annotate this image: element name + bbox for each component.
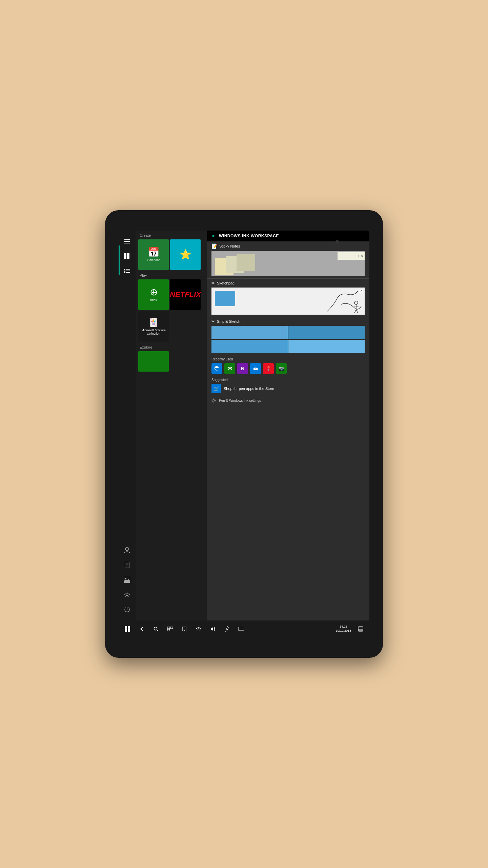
sticky-notes-label: Sticky Notes [219, 244, 240, 248]
calendar-icon: 📅 [148, 248, 160, 257]
search-button[interactable] [149, 622, 163, 636]
snip-sketch-header[interactable]: ✂ Snip & Sketch [207, 317, 369, 326]
ink-workspace-panel: ✒ WINDOWS INK WORKSPACE 📝 Sticky Notes +… [207, 231, 369, 620]
suggested-store-item[interactable]: 🛒 Shop for pen apps in the Store [211, 384, 365, 393]
pen-button[interactable] [220, 622, 234, 636]
svg-rect-4 [124, 269, 125, 270]
sticky-notes-section: 📝 Sticky Notes + × [207, 241, 369, 279]
search-icon [154, 627, 158, 631]
sketchpad-drawing [321, 288, 365, 315]
explore-tile[interactable] [138, 351, 169, 372]
snip-sketch-icon: ✂ [211, 319, 215, 324]
camera-icon-button[interactable]: 📷 [276, 363, 287, 374]
sticky-note-3 [237, 254, 255, 271]
start-tiles-panel: Create 📅 Calendar ⭐ Play ⊕ Xbox [136, 231, 207, 620]
suggested-section: Suggested 🛒 Shop for pen apps in the Sto… [207, 376, 369, 395]
taskbar: 14:15 10/12/2018 [119, 620, 369, 637]
sidebar-item-list[interactable] [119, 264, 136, 279]
wifi-icon [196, 627, 201, 631]
svg-point-28 [154, 627, 157, 630]
tablet-mode-button[interactable] [178, 622, 191, 636]
sticky-notes-header[interactable]: 📝 Sticky Notes [207, 241, 369, 251]
snip-sketch-section: ✂ Snip & Sketch [207, 317, 369, 355]
star-icon: ⭐ [180, 250, 191, 259]
svg-rect-27 [128, 629, 130, 632]
tile-row-create: 📅 Calendar ⭐ [136, 239, 207, 271]
store-icon: 🛒 [211, 384, 221, 393]
maps-icon-button[interactable]: 📍 [263, 363, 274, 374]
sidebar-photos-button[interactable] [119, 572, 136, 587]
suggested-title: Suggested [211, 378, 365, 382]
photos-icon [124, 577, 130, 583]
star-tile[interactable]: ⭐ [170, 239, 201, 270]
hamburger-menu-button[interactable] [119, 234, 136, 249]
keyboard-icon [238, 627, 244, 631]
sidebar-account-button[interactable] [119, 542, 136, 557]
wifi-button[interactable] [192, 622, 205, 636]
snip-cell-3 [211, 340, 288, 353]
svg-point-35 [198, 631, 199, 631]
svg-point-23 [213, 400, 215, 401]
calendar-label: Calendar [147, 258, 160, 262]
recently-used-section: Recently used ✉ N [207, 355, 369, 376]
sidebar-bottom [119, 542, 136, 620]
edge-icon-button[interactable] [211, 363, 222, 374]
notification-icon [358, 626, 363, 632]
netflix-tile[interactable]: NETFLIX [170, 279, 201, 310]
photos-app-icon-button[interactable]: 🏔 [250, 363, 261, 374]
clock-date: 10/12/2018 [336, 629, 351, 633]
camera-icon: 📷 [279, 366, 284, 371]
task-view-button[interactable] [163, 622, 177, 636]
clock-time: 14:15 [340, 625, 347, 629]
xbox-icon: ⊕ [150, 288, 158, 297]
ink-settings-button[interactable]: Pen & Windows Ink settings [207, 395, 369, 406]
keyboard-button[interactable] [235, 622, 248, 636]
maps-icon: 📍 [266, 366, 271, 371]
svg-rect-9 [126, 272, 130, 273]
sidebar-settings-button[interactable] [119, 587, 136, 602]
sticky-add-icon[interactable]: + [358, 254, 360, 258]
sketchpad-blue-box [215, 291, 235, 306]
svg-line-21 [354, 310, 356, 313]
onenote-icon-button[interactable]: N [237, 363, 248, 374]
task-view-icon [167, 627, 173, 631]
svg-rect-2 [124, 256, 126, 259]
svg-rect-31 [170, 627, 173, 629]
sidebar-documents-button[interactable] [119, 557, 136, 572]
back-button[interactable] [135, 622, 148, 636]
explore-section-label: Explore [136, 342, 207, 351]
svg-rect-8 [124, 272, 125, 273]
power-icon [124, 607, 130, 613]
taskbar-clock[interactable]: 14:15 10/12/2018 [334, 625, 353, 633]
start-button[interactable] [121, 622, 134, 636]
sketchpad-preview[interactable]: × [211, 288, 365, 315]
ink-workspace-header: ✒ WINDOWS INK WORKSPACE [207, 231, 369, 241]
svg-rect-5 [126, 269, 130, 270]
xbox-tile[interactable]: ⊕ Xbox [138, 279, 169, 310]
sidebar-power-button[interactable] [119, 602, 136, 617]
snip-cell-1 [211, 326, 288, 339]
hamburger-icon [124, 239, 130, 243]
snip-sketch-preview[interactable] [211, 326, 365, 353]
svg-line-29 [157, 630, 158, 631]
calendar-tile[interactable]: 📅 Calendar [138, 239, 169, 270]
sketchpad-header[interactable]: ✏ Sketchpad [207, 279, 369, 288]
play-section-label: Play [136, 271, 207, 279]
tablet: Create 📅 Calendar ⭐ Play ⊕ Xbox [105, 210, 383, 658]
sticky-close-icon[interactable]: × [361, 254, 363, 258]
sketchpad-icon: ✏ [211, 281, 215, 285]
sketchpad-close-button[interactable]: × [359, 289, 363, 293]
volume-button[interactable] [206, 622, 220, 636]
pen-icon [225, 626, 229, 632]
snip-cell-4 [288, 340, 365, 353]
solitaire-icon: 🃏 [148, 318, 159, 327]
svg-rect-0 [124, 253, 126, 256]
sidebar-item-grid[interactable] [119, 249, 136, 264]
volume-icon [210, 627, 216, 631]
svg-rect-24 [125, 626, 127, 629]
solitaire-tile[interactable]: 🃏 Microsoft Solitaire Collection [138, 311, 169, 342]
sticky-notes-icon: 📝 [211, 243, 217, 249]
mail-icon-button[interactable]: ✉ [224, 363, 235, 374]
settings-gear-icon [211, 398, 216, 403]
notification-button[interactable] [354, 622, 367, 636]
